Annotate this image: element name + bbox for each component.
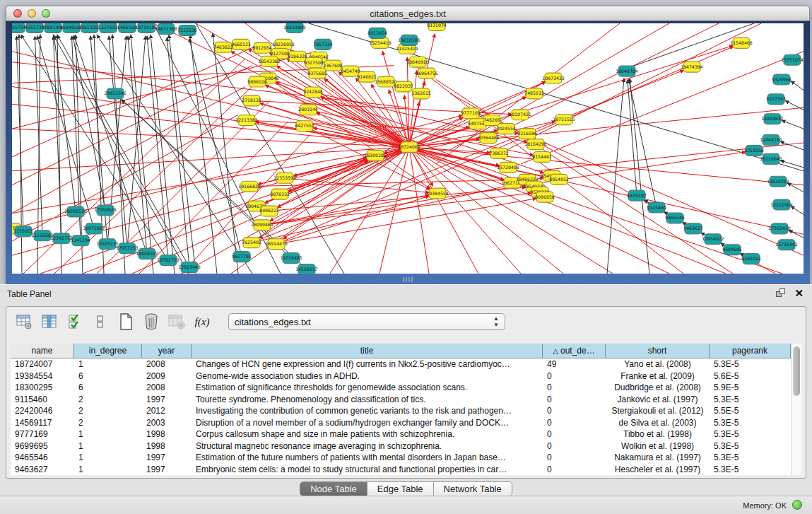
graph-node[interactable]: 15720408 (497, 162, 519, 173)
scrollbar-thumb[interactable] (793, 346, 800, 396)
graph-node[interactable]: 11610703 (767, 176, 789, 187)
graph-node[interactable]: 9657791 (232, 252, 252, 262)
graph-node[interactable]: 9465546 (665, 213, 685, 223)
citation-edge-black[interactable] (791, 206, 804, 215)
graph-node[interactable]: 9327508 (304, 57, 324, 68)
table-row[interactable]: 946362711997Embryonic stem cells: a mode… (11, 464, 791, 476)
graph-node[interactable]: 19716485 (280, 253, 302, 264)
graph-node[interactable]: 9242848 (303, 87, 323, 98)
graph-node[interactable]: 9498222 (259, 206, 279, 216)
graph-node[interactable]: 18543382 (258, 56, 281, 66)
table-row[interactable]: 911546021997Tourette syndrome. Phenomeno… (11, 394, 791, 406)
network-window-titlebar[interactable]: citations_edges.txt (6, 6, 810, 21)
citation-edge-black[interactable] (189, 39, 242, 257)
graph-node[interactable]: 9227343 (766, 94, 786, 105)
network-window[interactable]: citations_edges.txt 18724007966012389129… (6, 6, 810, 284)
graph-node[interactable]: 1135051 (13, 226, 33, 237)
table-row[interactable]: 969969511998Structural magnetic resonanc… (11, 440, 791, 452)
citation-edge-red[interactable] (276, 199, 536, 245)
graph-node[interactable]: 16210643 (760, 153, 782, 164)
graph-node[interactable]: 9463627 (683, 223, 703, 234)
citation-edge-red[interactable] (249, 158, 367, 187)
graph-node[interactable]: 8954952 (549, 174, 569, 185)
column-header-title[interactable]: title (192, 344, 543, 358)
frame-resize-grip[interactable] (403, 277, 413, 282)
graph-node[interactable]: 12444150 (760, 135, 782, 146)
graph-node[interactable]: 746266 (483, 115, 500, 126)
citation-edge-red[interactable] (12, 45, 259, 157)
graph-node[interactable]: 19166829 (238, 181, 261, 192)
graph-node[interactable]: 19384554 (426, 188, 449, 199)
graph-node[interactable]: 18300295 (364, 150, 387, 160)
citation-edge-red[interactable] (265, 85, 409, 147)
graph-node[interactable]: 7857224 (313, 39, 333, 49)
graph-node[interactable]: 8813054 (367, 28, 387, 38)
graph-node[interactable]: 1145194 (71, 235, 90, 246)
select-all-columns-icon[interactable] (66, 313, 84, 331)
graph-node[interactable]: 17957253 (116, 243, 139, 254)
tab-network-table[interactable]: Network Table (434, 482, 512, 496)
table-row[interactable]: 2242004622012Investigating the contribut… (11, 405, 791, 417)
graph-node[interactable]: 12353593 (273, 173, 296, 183)
table-row[interactable]: 1456911722003Disruption of a novel membe… (11, 417, 791, 429)
graph-node[interactable]: 12210564 (770, 199, 793, 210)
network-canvas[interactable]: 1872400796601238912954182260589127508818… (12, 23, 804, 274)
citation-edge-red[interactable] (507, 23, 761, 150)
graph-node[interactable]: 9146821 (357, 71, 377, 82)
graph-node[interactable]: 20364486 (477, 133, 500, 144)
graph-node[interactable]: 11548408 (730, 37, 753, 48)
citation-edge-black[interactable] (151, 35, 175, 274)
graph-node[interactable]: 9375685 (307, 68, 327, 78)
graph-node[interactable]: 15254419 (369, 37, 392, 48)
memory-status-icon[interactable] (792, 500, 802, 510)
graph-node[interactable]: 12923448 (178, 262, 201, 273)
graph-node[interactable]: 10719185 (135, 23, 158, 33)
row-height-icon[interactable] (91, 313, 110, 331)
graph-node[interactable]: 16782759 (157, 255, 180, 266)
function-builder-icon[interactable]: f(x) (193, 313, 211, 331)
graph-node[interactable]: 13505135 (96, 239, 119, 250)
graph-node[interactable]: 8215958 (744, 146, 764, 156)
citation-edge-black[interactable] (791, 81, 804, 90)
graph-node[interactable]: 16964756 (416, 68, 438, 78)
graph-node[interactable]: 7485033 (524, 88, 544, 99)
citation-edge-red[interactable] (283, 147, 409, 239)
table-mode-icon[interactable] (15, 313, 33, 331)
graph-node[interactable]: 9154461 (532, 151, 552, 162)
column-header-pagerank[interactable]: pagerank (710, 344, 791, 358)
citation-edge-black[interactable] (780, 141, 804, 150)
graph-node[interactable]: 12342757 (50, 233, 73, 244)
graph-node[interactable]: 8131074 (427, 23, 447, 30)
close-panel-icon[interactable]: ✕ (794, 288, 804, 298)
graph-node[interactable]: 6879197 (627, 190, 647, 201)
citation-edge-red[interactable] (262, 193, 531, 225)
graph-node[interactable]: 7515526 (177, 25, 197, 35)
table-row[interactable]: 1872400712008Changes of HCN gene express… (11, 358, 791, 370)
graph-node[interactable]: 9115460 (647, 202, 666, 213)
graph-node[interactable]: 16648784 (616, 66, 638, 76)
graph-node[interactable]: 14671368 (155, 23, 177, 34)
graph-node[interactable]: 16958107 (136, 249, 158, 259)
citation-edge-black[interactable] (147, 36, 168, 260)
citation-edge-black[interactable] (780, 160, 804, 168)
citation-edge-red[interactable] (262, 195, 429, 226)
graph-node[interactable]: 2803144 (298, 105, 318, 115)
graph-node[interactable]: 9777169 (461, 108, 481, 119)
graph-node[interactable]: 9329966 (772, 74, 792, 85)
show-columns-icon[interactable] (40, 313, 59, 331)
graph-node[interactable]: 18107421 (509, 110, 531, 120)
graph-node[interactable]: 18724007 (398, 142, 420, 153)
graph-node[interactable]: 6466160 (117, 23, 137, 33)
graph-node[interactable]: 3216586 (517, 129, 537, 139)
citation-edge-red[interactable] (409, 147, 669, 274)
graph-node[interactable]: 8096856 (535, 192, 555, 202)
graph-node[interactable]: 15735442 (775, 240, 798, 250)
column-header-short[interactable]: short (606, 344, 710, 358)
graph-node[interactable]: 2718126 (242, 95, 261, 106)
graph-node[interactable]: 9055724 (12, 23, 26, 33)
float-panel-icon[interactable] (776, 288, 786, 298)
table-scrollbar[interactable] (791, 344, 801, 475)
graph-node[interactable]: 10653287 (78, 23, 101, 33)
tab-node-table[interactable]: Node Table (300, 482, 367, 496)
graph-node[interactable]: 18640910 (406, 57, 429, 67)
